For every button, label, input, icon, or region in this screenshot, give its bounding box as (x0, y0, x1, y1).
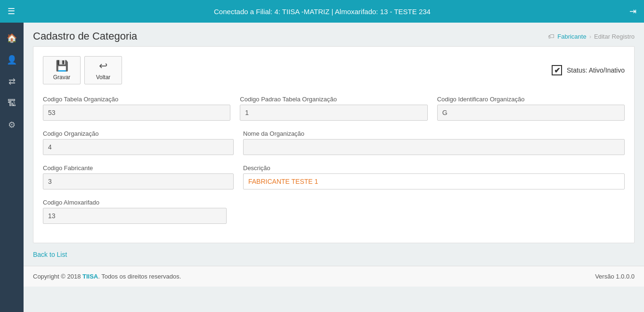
input-codigo-padrao-tabela-org[interactable] (240, 105, 427, 121)
back-to-list-link[interactable]: Back to List (24, 243, 644, 266)
label-codigo-org: Codigo Organização (43, 130, 234, 137)
input-codigo-identificaro-org[interactable] (437, 105, 625, 121)
input-descricao[interactable] (243, 173, 625, 189)
form-row-4: Codigo Almoxarifado (43, 199, 625, 224)
label-codigo-tabela-org: Codigo Tabela Organização (43, 96, 230, 103)
form-card: 💾 Gravar ↩ Voltar ✔ Status: Ativo/Inativ… (33, 46, 635, 243)
field-codigo-identificaro-org: Codigo Identificaro Organização (437, 96, 625, 121)
footer-brand: TIISA (82, 273, 98, 280)
label-nome-org: Nome da Organização (243, 130, 625, 137)
field-codigo-org: Codigo Organização (43, 130, 234, 155)
footer-version: Versão 1.0.0.0 (595, 273, 635, 280)
breadcrumb-icon: 🏷 (548, 33, 554, 40)
footer: Copyright © 2018 TIISA. Todos os direito… (24, 266, 644, 287)
field-codigo-almoxarifado: Codigo Almoxarifado (43, 199, 227, 224)
label-descricao: Descrição (243, 164, 625, 172)
menu-icon[interactable]: ☰ (8, 6, 15, 16)
voltar-label: Voltar (96, 74, 111, 81)
gravar-button[interactable]: 💾 Gravar (43, 56, 81, 84)
sidebar-item-structure[interactable]: 🏗 (0, 92, 24, 114)
content-area: Cadastro de Categoria 🏷 Fabricante › Edi… (24, 23, 644, 312)
breadcrumb-parent[interactable]: Fabricante (557, 33, 586, 40)
input-codigo-tabela-org[interactable] (43, 105, 230, 121)
toolbar-left: 💾 Gravar ↩ Voltar (43, 56, 122, 84)
voltar-icon: ↩ (99, 60, 107, 72)
breadcrumb-separator: › (589, 33, 591, 40)
label-codigo-almoxarifado: Codigo Almoxarifado (43, 199, 227, 206)
form-row-3: Codigo Fabricante Descrição (43, 164, 625, 189)
toolbar-right: ✔ Status: Ativo/Inativo (552, 65, 625, 75)
status-label: Status: Ativo/Inativo (567, 66, 625, 74)
page-title: Cadastro de Categoria (33, 30, 137, 42)
input-codigo-fabricante[interactable] (43, 173, 234, 189)
field-codigo-fabricante: Codigo Fabricante (43, 164, 234, 189)
sidebar: 🏠 👤 ⇄ 🏗 ⚙ (0, 23, 24, 312)
breadcrumb-current: Editar Registro (594, 33, 635, 40)
page-header: Cadastro de Categoria 🏷 Fabricante › Edi… (24, 23, 644, 46)
top-header: ☰ Conectado a Filial: 4: TIISA -MATRIZ |… (0, 0, 644, 23)
breadcrumb: 🏷 Fabricante › Editar Registro (548, 33, 635, 40)
gravar-icon: 💾 (56, 60, 68, 72)
sidebar-item-transfer[interactable]: ⇄ (0, 71, 24, 92)
input-codigo-org[interactable] (43, 139, 234, 155)
input-codigo-almoxarifado[interactable] (43, 208, 227, 224)
sidebar-item-settings[interactable]: ⚙ (0, 114, 24, 136)
form-row-2: Codigo Organização Nome da Organização (43, 130, 625, 155)
footer-rights: . Todos os direitos reservados. (98, 273, 181, 280)
logout-icon[interactable]: ⇥ (629, 6, 636, 16)
label-codigo-padrao-tabela-org: Codigo Padrao Tabela Organização (240, 96, 427, 103)
label-codigo-fabricante: Codigo Fabricante (43, 164, 234, 172)
field-codigo-padrao-tabela-org: Codigo Padrao Tabela Organização (240, 96, 427, 121)
voltar-button[interactable]: ↩ Voltar (84, 56, 122, 84)
field-nome-org: Nome da Organização (243, 130, 625, 155)
status-checkbox[interactable]: ✔ (552, 65, 562, 75)
footer-copyright: Copyright © 2018 TIISA. Todos os direito… (33, 273, 181, 280)
sidebar-item-home[interactable]: 🏠 (0, 27, 24, 49)
sidebar-item-users[interactable]: 👤 (0, 49, 24, 71)
form-row-1: Codigo Tabela Organização Codigo Padrao … (43, 96, 625, 121)
input-nome-org[interactable] (243, 139, 625, 155)
field-codigo-tabela-org: Codigo Tabela Organização (43, 96, 230, 121)
main-layout: 🏠 👤 ⇄ 🏗 ⚙ Cadastro de Categoria 🏷 Fabric… (0, 23, 644, 312)
connection-info: Conectado a Filial: 4: TIISA -MATRIZ | A… (214, 8, 431, 16)
gravar-label: Gravar (53, 74, 71, 81)
label-codigo-identificaro-org: Codigo Identificaro Organização (437, 96, 625, 103)
toolbar: 💾 Gravar ↩ Voltar ✔ Status: Ativo/Inativ… (43, 56, 625, 84)
field-descricao: Descrição (243, 164, 625, 189)
footer-copyright-text: Copyright © 2018 (33, 273, 82, 280)
